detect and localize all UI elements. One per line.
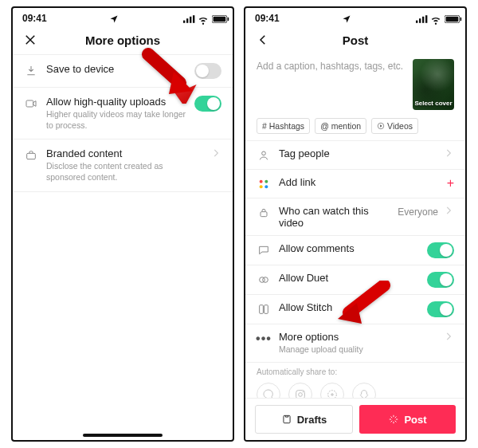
- lock-icon: [257, 206, 271, 220]
- toggle-allow-stitch[interactable]: [427, 301, 454, 317]
- status-time: 09:41: [255, 13, 280, 24]
- stitch-icon: [257, 302, 271, 316]
- share-message-icon[interactable]: [257, 383, 280, 399]
- briefcase-icon: [24, 148, 38, 163]
- svg-rect-14: [446, 17, 459, 22]
- row-label: Allow Duet: [279, 272, 419, 284]
- location-arrow-icon: [342, 14, 353, 22]
- row-add-link[interactable]: Add link +: [245, 170, 465, 198]
- row-hq-uploads[interactable]: Allow high-quality uploads Higher qualit…: [13, 88, 233, 139]
- cover-label: Select cover: [414, 100, 452, 107]
- row-label: Branded content: [46, 147, 202, 159]
- header: More options: [13, 26, 233, 54]
- back-button[interactable]: [253, 30, 272, 49]
- row-label: Allow Stitch: [279, 301, 419, 313]
- toggle-save-to-device[interactable]: [194, 63, 221, 79]
- svg-rect-6: [228, 18, 229, 22]
- svg-rect-5: [214, 17, 226, 22]
- svg-rect-22: [261, 212, 267, 217]
- row-save-to-device[interactable]: Save to device: [13, 55, 233, 87]
- row-tag-people[interactable]: Tag people: [245, 141, 465, 169]
- signal-icon: [416, 14, 427, 22]
- row-sub: Higher quality videos may take longer to…: [46, 109, 186, 131]
- chip-videos[interactable]: Videos: [371, 118, 418, 134]
- svg-point-19: [264, 180, 268, 183]
- svg-point-20: [260, 185, 263, 188]
- battery-icon: [445, 14, 456, 22]
- share-instagram-icon[interactable]: [288, 383, 312, 399]
- svg-point-17: [262, 151, 266, 155]
- svg-rect-0: [183, 21, 185, 23]
- phone-post: 09:41 Post: [244, 6, 467, 442]
- signal-icon: [183, 14, 194, 22]
- chip-mention[interactable]: @ mention: [315, 118, 366, 134]
- duet-icon: [257, 273, 271, 287]
- link-dots-icon: [257, 177, 271, 191]
- status-bar: 09:41: [13, 8, 233, 26]
- battery-icon: [212, 14, 223, 22]
- person-icon: [257, 148, 271, 163]
- status-time: 09:41: [22, 13, 47, 24]
- toggle-hq-uploads[interactable]: [194, 96, 221, 112]
- svg-rect-8: [27, 154, 36, 159]
- row-allow-duet[interactable]: Allow Duet: [245, 265, 465, 294]
- toggle-allow-duet[interactable]: [427, 272, 454, 288]
- close-button[interactable]: [21, 30, 40, 49]
- page-title: More options: [85, 33, 160, 47]
- chevron-right-icon: [443, 147, 454, 159]
- svg-rect-25: [260, 305, 264, 314]
- who-watch-value: Everyone: [398, 206, 438, 218]
- status-bar: 09:41: [245, 8, 465, 26]
- share-story-icon[interactable]: [320, 383, 344, 399]
- row-allow-comments[interactable]: Allow comments: [245, 236, 465, 265]
- row-label: Allow high-quality uploads: [46, 96, 186, 108]
- page-title: Post: [343, 33, 369, 47]
- svg-rect-7: [26, 100, 33, 107]
- chevron-right-icon: [443, 331, 454, 342]
- svg-rect-11: [422, 17, 424, 23]
- wifi-icon: [198, 14, 209, 22]
- svg-rect-2: [190, 17, 191, 23]
- row-label: Allow comments: [279, 242, 419, 254]
- chevron-right-icon: [443, 205, 454, 218]
- play-circle-icon: [377, 122, 385, 130]
- row-more-options[interactable]: ••• More options Manage upload quality: [245, 324, 465, 362]
- row-allow-stitch[interactable]: Allow Stitch: [245, 295, 465, 324]
- svg-point-21: [264, 185, 268, 188]
- post-body: Add a caption, hashtags, tags, etc. Sele…: [245, 53, 465, 399]
- row-who-watch[interactable]: Who can watch this video Everyone: [245, 198, 465, 235]
- row-sub: Disclose the content created as sponsore…: [46, 161, 202, 183]
- row-label: Save to device: [46, 63, 186, 75]
- svg-point-28: [299, 392, 303, 396]
- plus-icon: +: [447, 176, 454, 191]
- row-label: Add link: [279, 176, 439, 188]
- share-snapchat-icon[interactable]: [352, 383, 376, 399]
- chip-hashtags[interactable]: # Hashtags: [257, 118, 310, 134]
- toggle-allow-comments[interactable]: [427, 242, 454, 258]
- svg-rect-10: [419, 18, 421, 23]
- select-cover-button[interactable]: Select cover: [413, 59, 454, 110]
- svg-rect-3: [193, 15, 194, 23]
- more-dots-icon: •••: [257, 332, 271, 346]
- caption-input[interactable]: Add a caption, hashtags, tags, etc.: [257, 59, 406, 110]
- svg-point-18: [260, 180, 263, 183]
- home-indicator: [83, 434, 163, 437]
- phone-more-options: 09:41 More options: [11, 6, 234, 442]
- bottom-bar: Drafts Post: [245, 398, 465, 440]
- drafts-icon: [281, 414, 292, 425]
- drafts-button[interactable]: Drafts: [255, 405, 353, 434]
- wifi-icon: [430, 14, 441, 22]
- svg-rect-9: [416, 21, 417, 23]
- comment-icon: [257, 243, 271, 257]
- post-button[interactable]: Post: [359, 405, 456, 434]
- row-sub: Manage upload quality: [279, 344, 435, 356]
- row-branded-content[interactable]: Branded content Disclose the content cre…: [13, 140, 233, 191]
- row-label: Who can watch this video: [279, 205, 390, 229]
- chevron-right-icon: [210, 147, 221, 159]
- location-arrow-icon: [109, 14, 120, 22]
- svg-rect-1: [186, 18, 188, 23]
- row-label: More options: [279, 331, 435, 343]
- post-sparkle-icon: [388, 414, 399, 425]
- share-hint: Automatically share to:: [245, 363, 465, 379]
- video-quality-icon: [24, 96, 38, 111]
